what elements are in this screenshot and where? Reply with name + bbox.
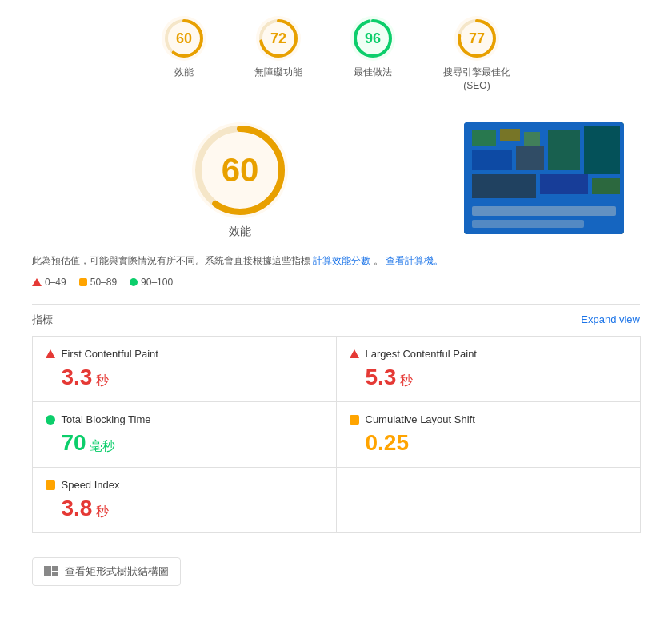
lcp-header: Largest Contentful Paint — [350, 348, 627, 360]
score-circle-performance: 60 — [162, 16, 206, 61]
score-circle-seo: 77 — [454, 16, 499, 61]
svg-rect-22 — [472, 220, 584, 228]
metric-card-cls: Cumulative Layout Shift 0.25 — [336, 401, 641, 468]
tbt-header: Total Blocking Time — [46, 413, 323, 425]
score-item-best-practices[interactable]: 96 最佳做法 — [350, 16, 395, 93]
score-item-seo[interactable]: 77 搜尋引擎最佳化(SEO) — [443, 16, 510, 93]
left-panel: 60 效能 此為預估值，可能與實際情況有所不同。系統會直接根據這些指標 計算效能… — [32, 122, 448, 288]
main-content: 60 效能 此為預估值，可能與實際情況有所不同。系統會直接根據這些指標 計算效能… — [0, 106, 672, 304]
big-score-circle: 60 — [192, 122, 288, 218]
right-panel — [464, 122, 640, 288]
screenshot-preview — [464, 122, 624, 234]
score-item-accessibility[interactable]: 72 無障礙功能 — [254, 16, 302, 93]
metrics-section: 指標 Expand view First Contentful Paint 3.… — [0, 305, 672, 549]
metrics-title: 指標 — [32, 313, 53, 327]
metric-card-empty — [336, 467, 641, 533]
svg-rect-14 — [472, 150, 512, 170]
svg-rect-13 — [524, 132, 540, 146]
score-number-best-practices: 96 — [365, 30, 381, 47]
si-value: 3.8 秒 — [46, 496, 323, 521]
fcp-indicator — [46, 349, 55, 358]
metric-card-lcp: Largest Contentful Paint 5.3 秒 — [336, 336, 641, 402]
svg-rect-20 — [592, 178, 620, 194]
svg-rect-16 — [548, 130, 580, 170]
good-icon — [130, 278, 138, 286]
metric-card-fcp: First Contentful Paint 3.3 秒 — [32, 336, 337, 402]
metrics-grid: First Contentful Paint 3.3 秒 Largest Con… — [32, 337, 640, 533]
legend-item-bad: 0–49 — [32, 277, 66, 288]
lcp-value: 5.3 秒 — [350, 365, 627, 390]
si-unit: 秒 — [92, 504, 108, 518]
score-circle-best-practices: 96 — [350, 16, 395, 61]
fcp-header: First Contentful Paint — [46, 348, 323, 360]
si-name: Speed Index — [62, 479, 120, 491]
tbt-value: 70 毫秒 — [46, 430, 323, 456]
si-indicator — [46, 480, 55, 490]
tbt-indicator — [46, 415, 55, 425]
big-score-wrap: 60 效能 — [32, 122, 448, 245]
treemap-icon — [44, 566, 58, 577]
score-label-best-practices: 最佳做法 — [354, 66, 392, 79]
score-item-performance[interactable]: 60 效能 — [162, 16, 206, 93]
lcp-indicator — [350, 349, 359, 358]
score-number-accessibility: 72 — [270, 30, 286, 47]
metric-card-si: Speed Index 3.8 秒 — [32, 467, 337, 533]
score-number-performance: 60 — [176, 30, 192, 47]
lcp-unit: 秒 — [396, 373, 412, 387]
cls-name: Cumulative Layout Shift — [366, 413, 475, 425]
svg-rect-15 — [516, 146, 544, 170]
tbt-unit: 毫秒 — [86, 439, 115, 453]
expand-view-button[interactable]: Expand view — [581, 313, 640, 325]
lcp-name: Largest Contentful Paint — [366, 348, 477, 360]
legend-item-ok: 50–89 — [79, 277, 117, 288]
svg-rect-18 — [472, 174, 536, 198]
calculator-link[interactable]: 查看計算機。 — [386, 255, 443, 266]
big-score-label: 效能 — [229, 225, 251, 239]
legend-ok-label: 50–89 — [90, 277, 117, 288]
score-calc-link[interactable]: 計算效能分數 — [313, 255, 370, 266]
cls-indicator — [350, 415, 359, 425]
big-score-number: 60 — [222, 151, 259, 189]
legend-bad-label: 0–49 — [45, 277, 66, 288]
fcp-unit: 秒 — [92, 373, 108, 387]
metric-card-tbt: Total Blocking Time 70 毫秒 — [32, 401, 337, 468]
svg-rect-12 — [500, 129, 520, 141]
score-circle-accessibility: 72 — [256, 16, 301, 61]
svg-rect-19 — [540, 174, 588, 194]
legend-good-label: 90–100 — [141, 277, 173, 288]
svg-rect-11 — [472, 130, 496, 146]
score-label-seo: 搜尋引擎最佳化(SEO) — [443, 66, 510, 93]
bad-icon — [32, 278, 42, 286]
tbt-name: Total Blocking Time — [62, 413, 151, 425]
treemap-label: 查看矩形式樹狀結構圖 — [65, 564, 169, 579]
score-label-accessibility: 無障礙功能 — [254, 66, 302, 79]
cls-header: Cumulative Layout Shift — [350, 413, 627, 425]
info-text: 此為預估值，可能與實際情況有所不同。系統會直接根據這些指標 計算效能分數 。 查… — [32, 253, 448, 269]
score-number-seo: 77 — [469, 30, 485, 47]
svg-rect-17 — [584, 126, 620, 174]
top-scores-bar: 60 效能 72 無障礙功能 96 最佳做法 77 — [0, 0, 672, 106]
metrics-header: 指標 Expand view — [32, 313, 640, 327]
cls-value: 0.25 — [350, 430, 627, 456]
bottom-section: 查看矩形式樹狀結構圖 — [0, 549, 672, 602]
ok-icon — [79, 278, 87, 286]
legend-item-good: 90–100 — [130, 277, 173, 288]
fcp-value: 3.3 秒 — [46, 365, 323, 390]
fcp-name: First Contentful Paint — [62, 348, 158, 360]
treemap-button[interactable]: 查看矩形式樹狀結構圖 — [32, 557, 181, 586]
legend: 0–49 50–89 90–100 — [32, 277, 448, 288]
svg-rect-21 — [472, 206, 616, 216]
si-header: Speed Index — [46, 479, 323, 491]
score-label-performance: 效能 — [174, 66, 194, 79]
